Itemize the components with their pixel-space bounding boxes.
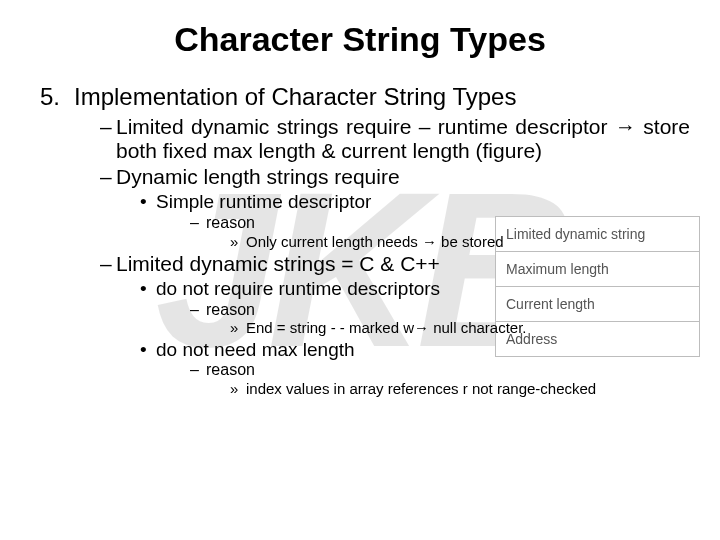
raquo-icon: » — [230, 319, 246, 336]
section-heading: Implementation of Character String Types — [74, 83, 516, 111]
dash-icon: – — [190, 361, 206, 379]
bullet-text: do not need max length — [156, 339, 355, 361]
bullet-lvl1: – Dynamic length strings require — [100, 165, 700, 189]
bullet-text: do not require runtime descriptors — [156, 278, 440, 300]
slide-title: Character String Types — [20, 20, 700, 59]
bullet-lvl4: » Only current length needs → be stored — [230, 233, 700, 250]
raquo-icon: » — [230, 380, 246, 397]
bullet-lvl4: » index values in array references r not… — [230, 380, 700, 397]
bullet-text: End = string - - marked w→ null characte… — [246, 319, 527, 336]
bullet-text: Limited dynamic strings = C & C++ — [116, 252, 700, 276]
bullet-icon: • — [140, 278, 156, 300]
dash-icon: – — [100, 252, 116, 276]
bullet-lvl3: – reason — [190, 301, 700, 319]
bullet-text: reason — [206, 361, 255, 379]
slide-content: Character String Types 5. Implementation… — [0, 0, 720, 397]
bullet-lvl3: – reason — [190, 214, 700, 232]
bullet-lvl2: • do not need max length — [140, 339, 700, 361]
bullet-icon: • — [140, 191, 156, 213]
raquo-icon: » — [230, 233, 246, 250]
bullet-lvl4: » End = string - - marked w→ null charac… — [230, 319, 700, 336]
bullet-lvl1: – Limited dynamic strings = C & C++ — [100, 252, 700, 276]
bullet-text: Simple runtime descriptor — [156, 191, 371, 213]
dash-icon: – — [100, 115, 116, 163]
list-number: 5. — [40, 83, 74, 111]
bullet-text: reason — [206, 214, 255, 232]
bullet-lvl1: – Limited dynamic strings require – runt… — [100, 115, 700, 163]
bullet-icon: • — [140, 339, 156, 361]
bullet-lvl2: • do not require runtime descriptors — [140, 278, 700, 300]
bullet-text: Dynamic length strings require — [116, 165, 470, 189]
bullet-text: Limited dynamic strings require – runtim… — [116, 115, 700, 163]
dash-icon: – — [100, 165, 116, 189]
numbered-item: 5. Implementation of Character String Ty… — [40, 83, 700, 111]
bullet-text: Only current length needs → be stored — [246, 233, 504, 250]
bullet-text: reason — [206, 301, 255, 319]
bullet-text: index values in array references r not r… — [246, 380, 596, 397]
bullet-lvl3: – reason — [190, 361, 700, 379]
dash-icon: – — [190, 214, 206, 232]
bullet-lvl2: • Simple runtime descriptor — [140, 191, 700, 213]
dash-icon: – — [190, 301, 206, 319]
